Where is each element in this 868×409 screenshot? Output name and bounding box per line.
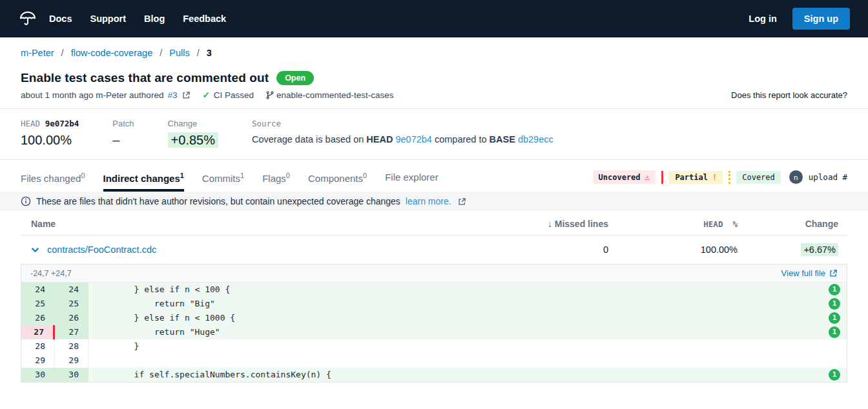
old-line-number: 28 [21,339,55,354]
column-header-missed-lines[interactable]: ↓Missed lines [512,219,608,229]
legend-uncovered-label: Uncovered [599,173,641,182]
code-line: 29 29 [21,354,847,368]
legend-covered-label: Covered [742,173,775,182]
uncovered-bar-sample [661,171,663,184]
file-row: contracts/FooContract.cdc 0 100.00% +6.6… [21,235,847,264]
tab-count: 0 [286,172,290,179]
diff-card: -24,7 +24,7 View full file 24 24 } else … [21,264,847,383]
banner-text: These are files that didn't have author … [36,196,400,206]
source-label: Source [252,119,553,128]
column-header-name[interactable]: Name [21,219,512,229]
source-text-2: compared to [435,134,487,145]
column-header-label: Missed lines [555,219,608,229]
head-pct-value: 100.00% [608,244,738,255]
sort-descending-icon: ↓ [548,219,552,229]
hunk-header: -24,7 +24,7 [30,269,72,278]
head-label: HEAD [21,119,40,128]
tab-flags[interactable]: Flags0 [262,172,290,192]
diff-card-header: -24,7 +24,7 View full file [21,264,847,283]
new-line-number: 28 [55,339,88,354]
hit-count-badge: 1 [829,312,840,324]
head-sha: 9e072b4 [45,119,79,128]
new-line-number: 25 [55,297,88,311]
upload-number-control[interactable]: upload # [809,172,847,182]
pr-number-link[interactable]: #3 [167,90,177,100]
legend-uncovered: Uncovered ⚠ [593,170,656,184]
status-badge-open: Open [276,71,314,85]
pull-header: Enable test cases that are commented out… [0,58,868,85]
source-base-label: BASE [490,134,515,145]
tabs: Files changed0 Indirect changes1 Commits… [21,172,439,192]
external-link-icon[interactable] [458,197,466,206]
indirect-changes-banner: These are files that didn't have author … [0,192,868,211]
new-line-number: 27 [55,325,88,339]
breadcrumb-separator: / [197,48,200,58]
tab-count: 0 [363,172,367,179]
nav-link-feedback[interactable]: Feedback [183,14,226,24]
change-stat: Change +0.85% [168,119,218,148]
login-link[interactable]: Log in [749,14,777,24]
head-coverage-value: 100.00% [21,133,79,148]
head-stat: HEAD 9e072b4 100.00% [21,119,79,148]
legend-partial: Partial ! [669,171,723,184]
new-line-number: 30 [55,368,88,382]
view-full-file-link[interactable]: View full file [781,268,838,278]
old-line-number-uncovered: 27 [21,325,55,339]
code-text: } [88,339,847,354]
old-line-number: 29 [21,354,55,368]
learn-more-link[interactable]: learn more. [406,196,451,206]
upload-avatar: n [789,170,803,184]
legend-covered: Covered [736,171,781,184]
signup-button[interactable]: Sign up [792,8,850,30]
file-name-cell: contracts/FooContract.cdc [21,244,512,255]
tab-commits[interactable]: Commits1 [202,172,244,192]
external-link-icon[interactable] [182,91,191,99]
breadcrumb-pull-number: 3 [207,48,212,58]
source-text-1: Coverage data is based on [252,134,364,145]
source-head-sha-link[interactable]: 9e072b4 [395,134,431,145]
file-path-link[interactable]: contracts/FooContract.cdc [47,244,156,255]
tab-indirect-changes[interactable]: Indirect changes1 [103,172,184,192]
source-base-sha-link[interactable]: db29ecc [518,134,553,145]
new-line-number: 29 [55,354,88,368]
patch-label: Patch [112,119,134,128]
breadcrumb: m-Peter / flow-code-coverage / Pulls / 3 [0,37,868,58]
tab-components[interactable]: Components0 [308,172,367,192]
ci-check-icon: ✓ [202,90,209,100]
breadcrumb-repo[interactable]: flow-code-coverage [71,48,153,58]
page-title: Enable test cases that are commented out [21,71,269,85]
change-chip: +6.67% [801,243,838,256]
code-text: return "Huge" [88,325,847,339]
hit-count-badge: 1 [829,298,840,310]
code-text: return "Big" [88,297,847,311]
tab-label: Files changed [21,173,81,184]
breadcrumb-pulls[interactable]: Pulls [169,48,189,58]
code-line: 24 24 } else if n < 100 { 1 [21,283,847,297]
breadcrumb-separator: / [61,48,64,58]
legend-partial-label: Partial [675,173,708,182]
report-accuracy-link[interactable]: Does this report look accurate? [731,90,847,100]
codecov-umbrella-logo[interactable] [18,8,39,29]
tabs-row: Files changed0 Indirect changes1 Commits… [0,160,868,192]
change-value: +0.85% [168,132,218,148]
column-header-head-pct[interactable]: HEAD % [608,219,738,229]
tab-files-changed[interactable]: Files changed0 [21,172,85,192]
partial-bar-sample [728,171,730,184]
missed-lines-value: 0 [512,244,608,255]
nav-link-docs[interactable]: Docs [49,14,72,24]
head-stat-label: HEAD 9e072b4 [21,119,79,128]
column-header-change[interactable]: Change [738,219,847,229]
indirect-changes-table: Name ↓Missed lines HEAD % Change contrac… [21,211,847,383]
nav-link-blog[interactable]: Blog [144,14,165,24]
nav-link-support[interactable]: Support [90,14,126,24]
chevron-down-icon[interactable] [31,246,39,254]
hit-count-badge: 1 [829,326,840,338]
tab-label: Indirect changes [103,173,180,184]
old-line-number: 26 [21,311,55,325]
old-line-number: 24 [21,283,55,297]
source-stat: Source Coverage data is based on HEAD 9e… [252,119,553,148]
coverage-summary: HEAD 9e072b4 100.00% Patch – Change +0.8… [0,109,868,159]
nav-links: Docs Support Blog Feedback [49,14,226,24]
breadcrumb-owner[interactable]: m-Peter [21,48,54,58]
tab-file-explorer[interactable]: File explorer [385,172,439,192]
